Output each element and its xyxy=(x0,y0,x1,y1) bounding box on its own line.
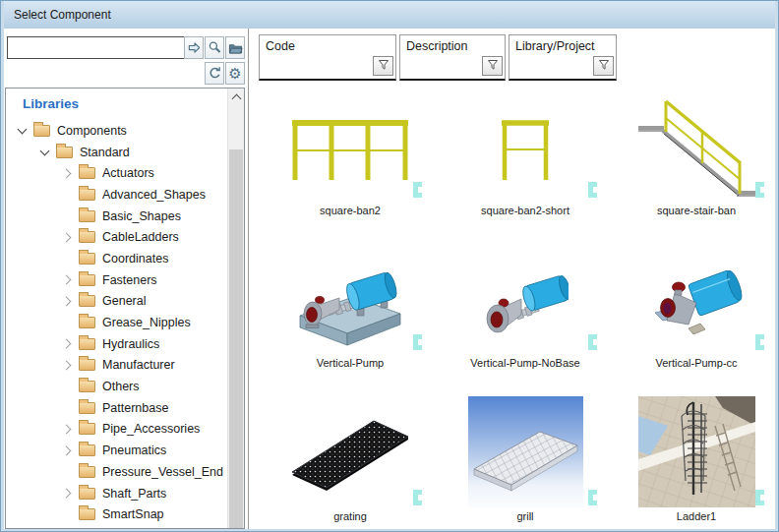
tree-item-pressure_vessel_end[interactable]: Pressure_Vessel_End xyxy=(6,461,244,483)
column-header-description[interactable]: Description xyxy=(399,34,506,81)
component-code: Vertical-Pump-NoBase xyxy=(438,356,613,370)
component-thumbnail xyxy=(613,97,775,204)
chevron-right-icon[interactable] xyxy=(59,443,76,458)
tree-item-shaft_parts[interactable]: Shaft_Parts xyxy=(6,483,244,504)
search-toolbar xyxy=(184,36,245,59)
component-item-square-ban2[interactable]: square-ban2 xyxy=(263,97,438,217)
chevron-right-icon[interactable] xyxy=(59,229,76,245)
chevron-placeholder xyxy=(59,464,76,480)
tree-item-label: Grease_Nipples xyxy=(102,316,191,329)
component-thumbnail xyxy=(263,257,438,356)
component-item-vertical-pump-nobase[interactable]: Vertical-Pump-NoBase xyxy=(438,257,613,370)
funnel-icon xyxy=(487,59,499,74)
component-c-badge-icon xyxy=(413,334,422,350)
tree-item-patternbase[interactable]: Patternbase xyxy=(6,397,244,419)
chevron-right-icon[interactable] xyxy=(59,293,76,309)
column-label: Library/Project xyxy=(509,35,616,53)
component-code: Vertical-Pump-cc xyxy=(613,356,775,370)
search-button[interactable] xyxy=(205,36,224,59)
chevron-right-icon[interactable] xyxy=(59,486,76,502)
titlebar[interactable]: Select Component xyxy=(4,1,775,29)
component-item-square-ban2-short[interactable]: square-ban2-short xyxy=(438,97,613,217)
gear-icon: ⚙ xyxy=(228,66,241,81)
chevron-placeholder xyxy=(59,400,76,416)
component-thumbnail xyxy=(613,393,775,509)
folder-icon xyxy=(79,210,95,222)
sidebar: ⚙ Libraries ComponentsStandardActuatorsA… xyxy=(4,29,245,529)
tree-item-others[interactable]: Others xyxy=(6,376,244,397)
pump-drawing xyxy=(482,267,569,346)
scrollbar-thumb[interactable] xyxy=(229,149,243,528)
tree-item-standard[interactable]: Standard xyxy=(6,142,244,163)
folder-icon xyxy=(33,125,50,137)
column-header-library-project[interactable]: Library/Project xyxy=(509,34,617,81)
folder-icon xyxy=(79,274,95,286)
refresh-button[interactable] xyxy=(205,62,224,85)
settings-button[interactable]: ⚙ xyxy=(225,62,245,85)
tree-item-fasteners[interactable]: Fasteners xyxy=(6,269,244,291)
go-button[interactable] xyxy=(184,36,204,59)
tree-scrollbar[interactable] xyxy=(227,89,244,528)
component-grid-panel: Code Description L xyxy=(248,29,775,529)
folder-icon xyxy=(79,317,95,328)
window-title: Select Component xyxy=(14,8,111,22)
tree-item-general[interactable]: General xyxy=(6,291,244,313)
filter-funnel-button[interactable] xyxy=(373,56,393,76)
component-item-square-stair-ban[interactable]: square-stair-ban xyxy=(613,97,775,217)
tree-item-pipe_accessories[interactable]: Pipe_Accessories xyxy=(6,419,244,441)
component-c-badge-icon xyxy=(413,490,422,505)
tree-item-label: Manufacturer xyxy=(102,358,175,372)
scroll-up-button[interactable] xyxy=(228,89,244,105)
tree-item-actuators[interactable]: Actuators xyxy=(6,162,244,184)
tree-item-basic_shapes[interactable]: Basic_Shapes xyxy=(6,206,244,227)
component-item-grating[interactable]: grating xyxy=(263,393,438,523)
component-c-badge-icon xyxy=(755,334,764,350)
railing-drawing xyxy=(289,119,411,182)
grating-drawing xyxy=(289,411,411,492)
filter-funnel-button[interactable] xyxy=(482,56,503,76)
tree-item-manufacturer[interactable]: Manufacturer xyxy=(6,355,244,377)
grill-drawing xyxy=(468,396,583,507)
chevron-down-icon[interactable] xyxy=(36,145,53,160)
tree-item-pneumatics[interactable]: Pneumatics xyxy=(6,440,244,461)
tree-item-advanced_shapes[interactable]: Advanced_Shapes xyxy=(6,184,244,206)
component-code: square-ban2-short xyxy=(438,204,613,217)
tree-item-label: Pneumatics xyxy=(102,443,166,457)
open-folder-icon xyxy=(228,41,243,55)
chevron-right-icon[interactable] xyxy=(59,357,76,373)
chevron-right-icon[interactable] xyxy=(59,421,76,437)
column-header-code[interactable]: Code xyxy=(259,34,396,81)
libraries-panel: Libraries ComponentsStandardActuatorsAdv… xyxy=(5,88,245,529)
component-item-ladder1[interactable]: Ladder1 xyxy=(613,393,775,523)
tree-item-components[interactable]: Components xyxy=(6,120,244,142)
component-item-vertical-pump-cc[interactable]: Vertical-Pump-cc xyxy=(613,257,775,370)
tree-item-coordinates[interactable]: Coordinates xyxy=(6,248,244,269)
tree-item-cableladders[interactable]: CableLadders xyxy=(6,226,244,248)
component-thumbnail xyxy=(438,393,613,509)
search-input[interactable] xyxy=(7,36,186,59)
open-folder-button[interactable] xyxy=(225,36,245,59)
tree-item-label: Patternbase xyxy=(102,401,168,415)
chevron-down-icon[interactable] xyxy=(14,123,30,139)
chevron-right-icon[interactable] xyxy=(59,336,76,352)
tree-item-label: Shaft_Parts xyxy=(102,487,166,501)
tree-item-grease_nipples[interactable]: Grease_Nipples xyxy=(6,312,244,333)
chevron-right-icon[interactable] xyxy=(59,165,76,181)
filter-funnel-button[interactable] xyxy=(593,56,614,76)
tree-item-label: Advanced_Shapes xyxy=(102,188,206,202)
component-thumbnail xyxy=(438,97,613,204)
component-item-vertical-pump[interactable]: Vertical-Pump xyxy=(263,257,438,370)
grid-row: grating xyxy=(263,393,775,523)
component-item-grill[interactable]: grill xyxy=(438,393,613,523)
component-code: Vertical-Pump xyxy=(263,356,438,370)
chevron-right-icon[interactable] xyxy=(59,272,76,288)
component-code: square-ban2 xyxy=(263,204,438,217)
tree-item-smartsnap[interactable]: SmartSnap xyxy=(6,503,244,525)
tree-item-label: SmartSnap xyxy=(102,507,164,521)
component-c-badge-icon xyxy=(588,334,597,350)
tree-item-hydraulics[interactable]: Hydraulics xyxy=(6,333,244,355)
folder-icon xyxy=(79,231,95,243)
folder-icon xyxy=(79,508,95,520)
folder-icon xyxy=(79,189,95,201)
column-label: Code xyxy=(260,35,395,53)
